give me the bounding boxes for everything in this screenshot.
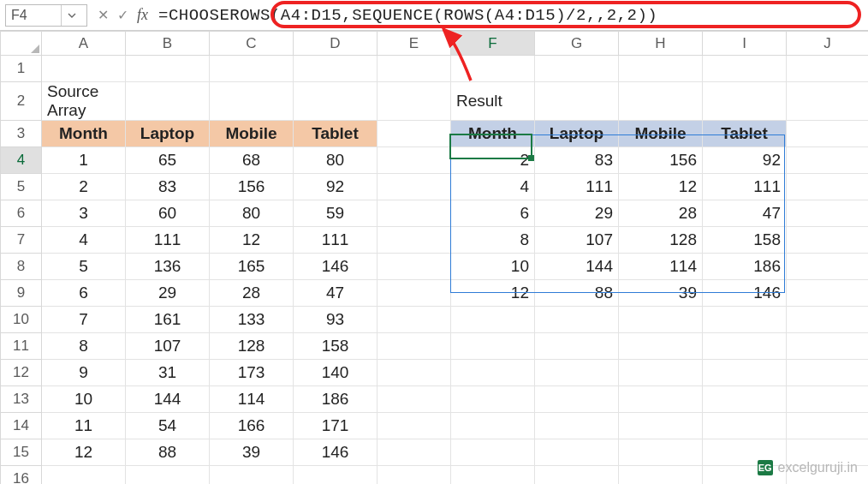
cell[interactable]: [535, 386, 619, 413]
cell[interactable]: [378, 147, 451, 174]
source-cell[interactable]: 7: [42, 307, 126, 333]
source-cell[interactable]: 47: [294, 280, 378, 307]
result-cell[interactable]: 12: [619, 174, 703, 200]
cell[interactable]: [787, 174, 869, 200]
row-header[interactable]: 9: [1, 280, 42, 307]
cell[interactable]: [535, 56, 619, 82]
cell[interactable]: [210, 466, 294, 485]
cell[interactable]: [535, 413, 619, 439]
source-cell[interactable]: 165: [210, 254, 294, 280]
source-cell[interactable]: 83: [126, 174, 210, 200]
cell[interactable]: [787, 121, 869, 147]
result-cell[interactable]: 92: [703, 147, 787, 174]
source-cell[interactable]: 111: [126, 227, 210, 254]
col-header[interactable]: G: [535, 32, 619, 56]
cell[interactable]: [378, 439, 451, 466]
source-cell[interactable]: 39: [210, 439, 294, 466]
cell[interactable]: [378, 254, 451, 280]
cell[interactable]: [619, 333, 703, 360]
result-header[interactable]: Tablet: [703, 121, 787, 147]
source-header[interactable]: Month: [42, 121, 126, 147]
cell[interactable]: [619, 386, 703, 413]
cell[interactable]: [378, 360, 451, 386]
cell[interactable]: [619, 466, 703, 485]
name-box[interactable]: F4: [5, 4, 87, 27]
source-cell[interactable]: 140: [294, 360, 378, 386]
col-header[interactable]: I: [703, 32, 787, 56]
cell[interactable]: [378, 280, 451, 307]
cell[interactable]: [378, 307, 451, 333]
source-cell[interactable]: 93: [294, 307, 378, 333]
result-cell[interactable]: 8: [451, 227, 535, 254]
source-cell[interactable]: 8: [42, 333, 126, 360]
source-cell[interactable]: 6: [42, 280, 126, 307]
row-header[interactable]: 5: [1, 174, 42, 200]
result-label[interactable]: Result: [451, 82, 535, 121]
cell[interactable]: [378, 466, 451, 485]
cell[interactable]: [787, 227, 869, 254]
row-header[interactable]: 10: [1, 307, 42, 333]
source-cell[interactable]: 10: [42, 386, 126, 413]
cancel-formula-icon[interactable]: ✕: [98, 7, 109, 23]
row-header[interactable]: 13: [1, 386, 42, 413]
result-cell[interactable]: 146: [703, 280, 787, 307]
cell[interactable]: [787, 56, 869, 82]
source-cell[interactable]: 146: [294, 254, 378, 280]
result-cell[interactable]: 6: [451, 200, 535, 227]
row-header[interactable]: 11: [1, 333, 42, 360]
cell[interactable]: [378, 333, 451, 360]
row-header[interactable]: 7: [1, 227, 42, 254]
source-cell[interactable]: 166: [210, 413, 294, 439]
source-header[interactable]: Tablet: [294, 121, 378, 147]
source-cell[interactable]: 173: [210, 360, 294, 386]
col-header[interactable]: F: [451, 32, 535, 56]
row-header[interactable]: 3: [1, 121, 42, 147]
row-header[interactable]: 16: [1, 466, 42, 485]
col-header[interactable]: B: [126, 32, 210, 56]
source-cell[interactable]: 12: [210, 227, 294, 254]
cell[interactable]: [619, 439, 703, 466]
cell[interactable]: [535, 82, 619, 121]
cell[interactable]: [126, 466, 210, 485]
grid[interactable]: A B C D E F G H I J 12Source ArrayResult…: [0, 31, 868, 484]
source-cell[interactable]: 68: [210, 147, 294, 174]
select-all-corner[interactable]: [1, 32, 42, 56]
cell[interactable]: [535, 307, 619, 333]
col-header[interactable]: H: [619, 32, 703, 56]
col-header[interactable]: D: [294, 32, 378, 56]
source-cell[interactable]: 4: [42, 227, 126, 254]
cell[interactable]: [126, 82, 210, 121]
cell[interactable]: [787, 413, 869, 439]
cell[interactable]: [294, 82, 378, 121]
result-cell[interactable]: 28: [619, 200, 703, 227]
cell[interactable]: [378, 386, 451, 413]
row-header[interactable]: 15: [1, 439, 42, 466]
col-header[interactable]: E: [378, 32, 451, 56]
cell[interactable]: [787, 82, 869, 121]
cell[interactable]: [378, 174, 451, 200]
result-cell[interactable]: 39: [619, 280, 703, 307]
source-cell[interactable]: 114: [210, 386, 294, 413]
source-cell[interactable]: 3: [42, 200, 126, 227]
source-cell[interactable]: 9: [42, 360, 126, 386]
formula-input[interactable]: =CHOOSEROWS(A4:D15,SEQUENCE(ROWS(A4:D15)…: [158, 3, 863, 27]
result-cell[interactable]: 2: [451, 147, 535, 174]
result-cell[interactable]: 144: [535, 254, 619, 280]
row-header[interactable]: 12: [1, 360, 42, 386]
cell[interactable]: [535, 439, 619, 466]
col-header[interactable]: C: [210, 32, 294, 56]
cell[interactable]: [787, 360, 869, 386]
cell[interactable]: [619, 307, 703, 333]
result-cell[interactable]: 114: [619, 254, 703, 280]
cell[interactable]: [378, 413, 451, 439]
cell[interactable]: [451, 413, 535, 439]
cell[interactable]: [378, 82, 451, 121]
result-cell[interactable]: 47: [703, 200, 787, 227]
cell[interactable]: [703, 360, 787, 386]
cell[interactable]: [451, 439, 535, 466]
row-header[interactable]: 4: [1, 147, 42, 174]
source-cell[interactable]: 158: [294, 333, 378, 360]
row-header[interactable]: 6: [1, 200, 42, 227]
cell[interactable]: [451, 307, 535, 333]
cell[interactable]: [619, 56, 703, 82]
